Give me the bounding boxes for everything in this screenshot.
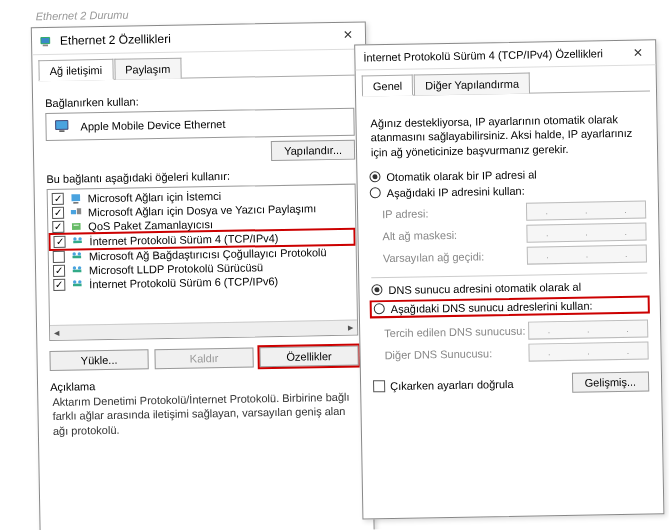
gateway-label: Varsayılan ağ geçidi:	[383, 250, 527, 265]
svg-rect-16	[73, 270, 82, 273]
svg-rect-3	[59, 130, 64, 132]
svg-rect-7	[77, 208, 81, 214]
item-label: İnternet Protokolü Sürüm 4 (TCP/IPv4)	[89, 232, 278, 247]
radio-dns-auto-row[interactable]: DNS sunucu adresini otomatik olarak al	[371, 279, 647, 296]
svg-rect-13	[73, 256, 82, 259]
component-icon	[69, 192, 83, 204]
configure-button[interactable]: Yapılandır...	[271, 140, 355, 161]
window-title-right: İnternet Protokolü Sürüm 4 (TCP/IPv4) Öz…	[363, 47, 603, 63]
preferred-dns-label: Tercih edilen DNS sunucusu:	[384, 325, 528, 340]
close-button-left[interactable]: ✕	[333, 24, 363, 45]
component-icon	[70, 278, 84, 290]
svg-rect-9	[74, 225, 79, 226]
svg-point-15	[78, 252, 81, 255]
svg-point-12	[78, 237, 81, 240]
radio-ip-auto-label: Otomatik olarak bir IP adresi al	[386, 168, 536, 183]
network-adapter-icon	[40, 34, 54, 48]
svg-point-18	[78, 266, 81, 269]
radio-ip-auto[interactable]	[369, 172, 380, 183]
alternate-dns-input: ...	[528, 341, 648, 361]
titlebar-left: Ethernet 2 Özellikleri	[32, 22, 365, 55]
install-button[interactable]: Yükle...	[49, 349, 148, 371]
svg-rect-2	[56, 121, 68, 130]
svg-rect-5	[73, 202, 78, 204]
subnet-mask-input: ...	[526, 222, 646, 242]
alternate-dns-label: Diğer DNS Sunucusu:	[384, 347, 528, 362]
component-icon	[70, 250, 84, 262]
svg-point-11	[73, 237, 76, 240]
svg-point-14	[72, 252, 75, 255]
components-list[interactable]: ✓Microsoft Ağları için İstemci✓Microsoft…	[47, 184, 359, 341]
ip-address-label: IP adresi:	[382, 206, 526, 221]
radio-dns-manual[interactable]	[374, 304, 385, 315]
radio-dns-manual-row[interactable]: Aşağıdaki DNS sunucu adreslerini kullan:	[370, 295, 650, 318]
item-checkbox[interactable]: ✓	[53, 279, 65, 291]
radio-ip-manual-row[interactable]: Aşağıdaki IP adresini kullan:	[370, 182, 646, 199]
subnet-mask-label: Alt ağ maskesi:	[382, 228, 526, 243]
component-icon	[69, 206, 83, 218]
remove-button[interactable]: Kaldır	[154, 347, 253, 369]
properties-button[interactable]: Özellikler	[259, 346, 358, 368]
adapter-icon	[54, 120, 72, 134]
radio-dns-manual-label: Aşağıdaki DNS sunucu adreslerini kullan:	[391, 299, 593, 315]
svg-rect-19	[73, 284, 82, 287]
svg-rect-10	[73, 241, 82, 244]
validate-label: Çıkarken ayarları doğrula	[390, 378, 514, 392]
svg-point-17	[73, 266, 76, 269]
adapter-name: Apple Mobile Device Ethernet	[80, 118, 225, 133]
component-icon	[70, 235, 84, 247]
validate-checkbox[interactable]	[373, 380, 385, 392]
item-checkbox[interactable]	[53, 251, 65, 263]
adapter-box: Apple Mobile Device Ethernet	[45, 108, 354, 141]
tab-sharing[interactable]: Paylaşım	[114, 58, 182, 80]
item-label: QoS Paket Zamanlayıcısı	[88, 218, 213, 232]
titlebar-right: İnternet Protokolü Sürüm 4 (TCP/IPv4) Öz…	[355, 40, 655, 70]
item-checkbox[interactable]: ✓	[52, 193, 64, 205]
ipv4-properties-window: İnternet Protokolü Sürüm 4 (TCP/IPv4) Öz…	[354, 39, 664, 519]
svg-point-20	[73, 280, 76, 283]
scroll-right-icon[interactable]: ►	[346, 323, 355, 333]
connect-using-label: Bağlanırken kullan:	[45, 92, 354, 109]
item-label: Microsoft Ağları için İstemci	[88, 190, 221, 204]
ip-address-input: ...	[526, 200, 646, 220]
tab-alternate[interactable]: Diğer Yapılandırma	[414, 73, 530, 96]
radio-dns-auto-label: DNS sunucu adresini otomatik olarak al	[388, 281, 581, 296]
tab-general[interactable]: Genel	[362, 75, 414, 97]
svg-rect-6	[71, 210, 76, 214]
item-label: İnternet Protokolü Sürüm 6 (TCP/IPv6)	[89, 275, 278, 290]
item-checkbox[interactable]: ✓	[52, 221, 64, 233]
radio-ip-manual-label: Aşağıdaki IP adresini kullan:	[387, 185, 525, 199]
window-title: Ethernet 2 Özellikleri	[60, 32, 171, 48]
ethernet-properties-window: Ethernet 2 Özellikleri ✕ Ağ iletişimi Pa…	[31, 21, 375, 530]
info-text: Ağınız destekliyorsa, IP ayarlarının oto…	[370, 112, 643, 160]
svg-rect-0	[41, 37, 50, 43]
svg-point-21	[78, 280, 81, 283]
radio-ip-auto-row[interactable]: Otomatik olarak bir IP adresi al	[369, 166, 645, 183]
component-icon	[69, 220, 83, 232]
tab-network[interactable]: Ağ iletişimi	[38, 59, 113, 81]
radio-dns-auto[interactable]	[371, 285, 382, 296]
svg-rect-8	[72, 223, 81, 230]
validate-checkbox-row[interactable]: Çıkarken ayarları doğrula	[373, 378, 514, 392]
items-label: Bu bağlantı aşağıdaki öğeleri kullanır:	[46, 168, 355, 185]
svg-rect-1	[43, 44, 48, 46]
description-text: Aktarım Denetimi Protokolü/İnternet Prot…	[50, 390, 360, 438]
scroll-left-icon[interactable]: ◄	[52, 328, 61, 338]
radio-ip-manual[interactable]	[370, 188, 381, 199]
svg-rect-4	[71, 194, 80, 201]
component-icon	[70, 264, 84, 276]
item-checkbox[interactable]: ✓	[53, 265, 65, 277]
preferred-dns-input: ...	[528, 319, 648, 339]
item-checkbox[interactable]: ✓	[52, 207, 64, 219]
background-window-title: Ethernet 2 Durumu	[36, 9, 129, 23]
horizontal-scrollbar[interactable]: ◄ ►	[50, 320, 357, 340]
item-checkbox[interactable]: ✓	[53, 236, 65, 248]
gateway-input: ...	[527, 244, 647, 264]
close-button-right[interactable]: ✕	[623, 42, 653, 63]
advanced-button[interactable]: Gelişmiş...	[572, 371, 650, 392]
